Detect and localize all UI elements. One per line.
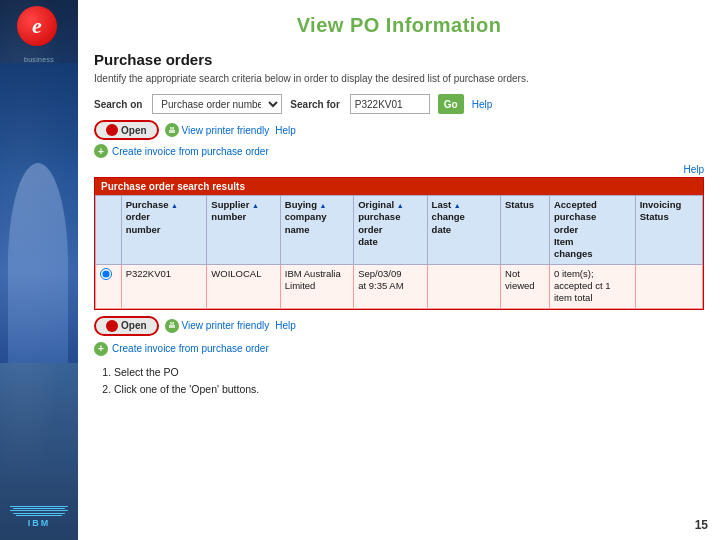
printer-label: View printer friendly (182, 125, 270, 136)
printer-icon-bottom: 🖶 (165, 319, 179, 333)
col-header-status: Status (501, 196, 550, 265)
e-logo-circle: e (17, 6, 57, 46)
instruction-item-1: Select the PO (114, 364, 704, 381)
create-invoice-link-bottom[interactable]: Create invoice from purchase order (112, 343, 269, 354)
printer-label-bottom: View printer friendly (182, 320, 270, 331)
top-action-row: Open 🖶 View printer friendly Help (94, 120, 704, 140)
col-header-last-change[interactable]: Last ▲changedate (427, 196, 500, 265)
open-button-top[interactable]: Open (94, 120, 159, 140)
col-header-po[interactable]: Purchase ▲ordernumber (121, 196, 207, 265)
row-last-change (427, 264, 500, 308)
create-invoice-row-top: + Create invoice from purchase order (94, 144, 704, 158)
open-button-bottom[interactable]: Open (94, 316, 159, 336)
col-header-original[interactable]: Original ▲purchaseorderdate (354, 196, 427, 265)
row-buying: IBM Australia Limited (280, 264, 353, 308)
page-number: 15 (695, 518, 708, 532)
bottom-action-row: Open 🖶 View printer friendly Help (94, 316, 704, 336)
open-label: Open (121, 125, 147, 136)
ibm-text: IBM (10, 518, 68, 528)
row-status: Not viewed (501, 264, 550, 308)
results-header: Purchase order search results (95, 178, 703, 195)
go-button[interactable]: Go (438, 94, 464, 114)
col-header-buying[interactable]: Buying ▲companyname (280, 196, 353, 265)
row-invoicing (635, 264, 702, 308)
action-help-link-bottom[interactable]: Help (275, 320, 296, 331)
open-label-bottom: Open (121, 320, 147, 331)
instruction-item-2: Click one of the 'Open' buttons. (114, 381, 704, 398)
create-invoice-row-bottom: + Create invoice from purchase order (94, 342, 704, 356)
results-section: Purchase order search results Purchase ▲… (94, 177, 704, 310)
col-header-accepted: AcceptedpurchaseorderItemchanges (549, 196, 635, 265)
row-po-number: P322KV01 (121, 264, 207, 308)
table-header-row: Purchase ▲ordernumber Supplier ▲number B… (96, 196, 703, 265)
table-row: P322KV01 WOILOCAL IBM Australia Limited … (96, 264, 703, 308)
row-accepted: 0 item(s); accepted ct 1 item total (549, 264, 635, 308)
page-title: View PO Information (94, 8, 704, 41)
search-for-label: Search for (290, 99, 339, 110)
row-radio-cell[interactable] (96, 264, 122, 308)
row-original-date: Sep/03/09 at 9:35 AM (354, 264, 427, 308)
results-table: Purchase ▲ordernumber Supplier ▲number B… (95, 195, 703, 309)
table-help-link[interactable]: Help (683, 164, 704, 175)
printer-friendly-link-top[interactable]: 🖶 View printer friendly (165, 123, 270, 137)
search-on-label: Search on (94, 99, 142, 110)
e-logo: e (17, 6, 61, 50)
section-description: Identify the appropriate search criteria… (94, 72, 704, 86)
create-invoice-link-top[interactable]: Create invoice from purchase order (112, 146, 269, 157)
action-help-link[interactable]: Help (275, 125, 296, 136)
ibm-logo: IBM (10, 506, 68, 528)
row-original-time-val: at 9:35 AM (358, 280, 403, 291)
section-title: Purchase orders (94, 51, 704, 68)
instructions-list: Select the PO Click one of the 'Open' bu… (94, 364, 704, 398)
sidebar-person-image (0, 63, 78, 363)
content-area: Purchase orders Identify the appropriate… (78, 45, 720, 403)
col-header-invoicing: InvoicingStatus (635, 196, 702, 265)
create-invoice-icon: + (94, 144, 108, 158)
search-input[interactable] (350, 94, 430, 114)
instructions: Select the PO Click one of the 'Open' bu… (94, 364, 704, 398)
row-original-date-val: Sep/03/09 (358, 268, 401, 279)
main-content: View PO Information Purchase orders Iden… (78, 0, 720, 540)
person-silhouette (8, 163, 68, 363)
col-header-radio (96, 196, 122, 265)
printer-friendly-link-bottom[interactable]: 🖶 View printer friendly (165, 319, 270, 333)
open-icon (106, 124, 118, 136)
page-header: View PO Information (78, 0, 720, 45)
table-help-label: Help (94, 164, 704, 175)
search-help-link[interactable]: Help (472, 99, 493, 110)
row-radio-input[interactable] (100, 268, 112, 280)
row-supplier: WOILOCAL (207, 264, 280, 308)
search-row: Search on Purchase order number Search f… (94, 94, 704, 114)
open-icon-bottom (106, 320, 118, 332)
sidebar: e business IBM (0, 0, 78, 540)
create-invoice-icon-bottom: + (94, 342, 108, 356)
col-header-supplier[interactable]: Supplier ▲number (207, 196, 280, 265)
search-on-select[interactable]: Purchase order number (152, 94, 282, 114)
printer-icon: 🖶 (165, 123, 179, 137)
